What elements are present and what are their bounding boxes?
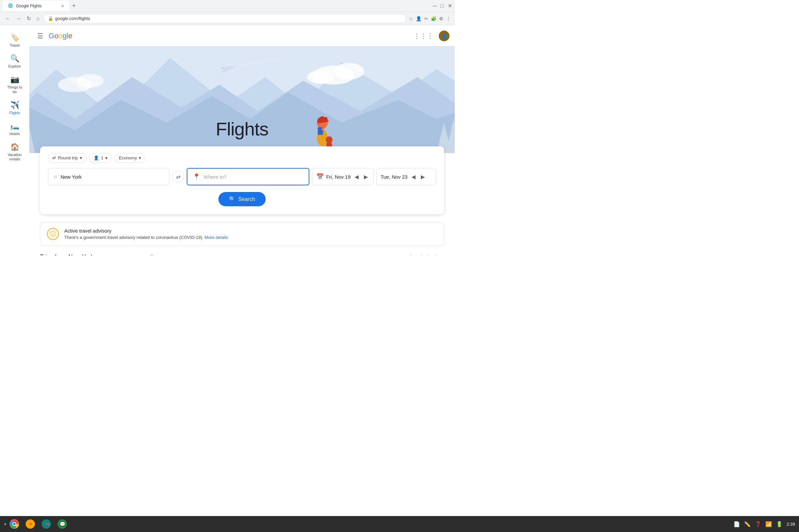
- sidebar-item-flights-label: Flights: [9, 111, 20, 115]
- more-options-button[interactable]: ⋮: [446, 16, 451, 21]
- header-icons: ⋮⋮⋮ 👤: [413, 31, 449, 41]
- back-button[interactable]: ←: [4, 14, 12, 23]
- svg-text:👤: 👤: [442, 34, 447, 39]
- logo-g2: g: [62, 32, 67, 40]
- home-button[interactable]: ⌂: [35, 14, 41, 23]
- active-tab[interactable]: 🌐 Google Flights ×: [3, 1, 69, 11]
- date1-next-button[interactable]: ▶: [363, 173, 369, 180]
- advisory-more-details-link[interactable]: More details: [205, 235, 228, 240]
- refresh-button[interactable]: ↻: [25, 14, 32, 23]
- origin-field[interactable]: ○ New York: [48, 168, 169, 185]
- search-fields-row: ○ New York ⇄ 📍 Where to? 📅: [48, 168, 436, 185]
- search-options: ⇄ Round trip ▾ 👤 1 ▾ Economy ▾: [48, 153, 436, 163]
- destination-pin-icon: 📍: [193, 173, 200, 180]
- date1-prev-button[interactable]: ◀: [353, 173, 360, 180]
- advisory-content: Active travel advisory There's a governm…: [64, 228, 228, 240]
- sidebar-item-travel[interactable]: 🏷️ Travel: [1, 31, 28, 50]
- advisory-warning-icon: ⓘ: [47, 228, 59, 240]
- departure-date-label: Fri, Nov 19: [326, 174, 351, 180]
- google-header: ☰ Google ⋮⋮⋮ 👤: [29, 25, 455, 46]
- hero-section: Flights: [29, 46, 455, 153]
- return-date-label: Tue, Nov 23: [380, 174, 408, 180]
- browser-tab-bar: 🌐 Google Flights × + ─ □ ✕: [0, 0, 455, 12]
- date2-next-button[interactable]: ▶: [420, 173, 426, 180]
- url-bar[interactable]: 🔒 google.com/flights: [43, 14, 406, 23]
- search-button-label: Search: [238, 196, 255, 202]
- departure-date-field[interactable]: 📅 Fri, Nov 19 ◀ ▶: [312, 168, 373, 185]
- url-text: google.com/flights: [55, 16, 90, 21]
- extension-icon-2[interactable]: 🧩: [431, 16, 436, 21]
- address-bar-row: ← → ↻ ⌂ 🔒 google.com/flights ☆ 👤 ✂ 🧩 ⚙ ⋮: [0, 12, 455, 25]
- cabin-class-label: Economy: [119, 155, 137, 160]
- logo-e: e: [68, 32, 72, 40]
- explore-icon: 🔍: [10, 54, 19, 63]
- search-box-container: ⇄ Round trip ▾ 👤 1 ▾ Economy ▾: [29, 146, 455, 214]
- maximize-button[interactable]: □: [441, 3, 444, 9]
- travel-icon: 🏷️: [10, 33, 19, 42]
- destination-placeholder: Where to?: [203, 174, 226, 180]
- lock-icon: 🔒: [48, 16, 53, 21]
- browser-window-controls: ─ □ ✕: [433, 3, 452, 9]
- svg-point-23: [77, 74, 104, 88]
- passengers-selector[interactable]: 👤 1 ▾: [89, 153, 112, 163]
- bookmark-icon[interactable]: ☆: [409, 16, 413, 21]
- origin-dot-icon: ○: [54, 173, 57, 180]
- trip-type-label: Round trip: [58, 155, 78, 160]
- logo-o2: o: [58, 32, 62, 40]
- main-content: ☰ Google ⋮⋮⋮ 👤: [29, 25, 455, 255]
- sidebar-item-explore-label: Explore: [8, 64, 21, 69]
- new-tab-button[interactable]: +: [69, 1, 78, 11]
- sidebar-item-travel-label: Travel: [10, 43, 20, 48]
- close-window-button[interactable]: ✕: [448, 3, 452, 9]
- search-magnifier-icon: 🔍: [229, 196, 236, 202]
- advisory-title: Active travel advisory: [64, 228, 228, 233]
- things-to-do-icon: 📷: [10, 75, 19, 84]
- search-button-row: 🔍 Search: [48, 192, 436, 206]
- profile-icon[interactable]: 👤: [416, 16, 422, 21]
- sidebar-item-things-label: Things to do: [7, 85, 23, 94]
- origin-value: New York: [61, 174, 81, 180]
- extension-icon-1[interactable]: ✂: [424, 16, 428, 21]
- trips-title-group: Trips from New York Round trip · 1 passe…: [40, 253, 154, 255]
- sidebar: 🏷️ Travel 🔍 Explore 📷 Things to do ✈️ Fl…: [0, 25, 29, 255]
- apps-grid-icon[interactable]: ⋮⋮⋮: [413, 32, 433, 40]
- explore-destinations-link[interactable]: Explore destinations: [402, 254, 444, 256]
- sidebar-item-vacation-rentals[interactable]: 🏠 Vacation rentals: [1, 140, 28, 164]
- date2-prev-button[interactable]: ◀: [410, 173, 417, 180]
- svg-point-21: [307, 70, 334, 84]
- search-button[interactable]: 🔍 Search: [218, 192, 266, 206]
- advisory-body: There's a government travel advisory rel…: [64, 235, 228, 240]
- travel-advisory: ⓘ Active travel advisory There's a gover…: [40, 222, 444, 246]
- trips-title: Trips from New York: [40, 253, 94, 255]
- trip-type-selector[interactable]: ⇄ Round trip ▾: [48, 153, 87, 163]
- sidebar-item-flights[interactable]: ✈️ Flights: [1, 98, 28, 118]
- extension-icon-3[interactable]: ⚙: [439, 16, 443, 21]
- logo-o1: o: [54, 32, 58, 40]
- logo-g1: G: [49, 32, 54, 40]
- sidebar-item-things-to-do[interactable]: 📷 Things to do: [1, 73, 28, 96]
- swap-airports-button[interactable]: ⇄: [172, 171, 184, 183]
- forward-button[interactable]: →: [15, 14, 23, 23]
- page-title: Flights: [216, 118, 268, 140]
- swap-icon: ⇄: [176, 174, 181, 180]
- trips-info-icon[interactable]: ⓘ: [149, 254, 154, 255]
- tab-favicon: 🌐: [8, 3, 13, 8]
- hotels-icon: 🛏️: [10, 122, 19, 130]
- flights-icon: ✈️: [10, 101, 19, 110]
- person-icon: 👤: [94, 155, 99, 160]
- trips-subtitle: Round trip · 1 passenger: [99, 255, 147, 255]
- user-avatar[interactable]: 👤: [439, 31, 449, 41]
- calendar-icon-1: 📅: [316, 173, 323, 180]
- svg-point-20: [334, 63, 364, 79]
- minimize-button[interactable]: ─: [433, 3, 436, 9]
- sidebar-item-hotels[interactable]: 🛏️ Hotels: [1, 119, 28, 139]
- browser-toolbar-icons: ☆ 👤 ✂ 🧩 ⚙ ⋮: [409, 16, 451, 21]
- destination-field[interactable]: 📍 Where to?: [187, 168, 309, 185]
- trips-section: Trips from New York Round trip · 1 passe…: [40, 253, 444, 255]
- return-date-field[interactable]: Tue, Nov 23 ◀ ▶: [376, 168, 436, 185]
- tab-close-button[interactable]: ×: [61, 3, 64, 8]
- hamburger-menu[interactable]: ☰: [35, 29, 46, 43]
- sidebar-item-explore[interactable]: 🔍 Explore: [1, 52, 28, 71]
- cabin-class-arrow: ▾: [139, 155, 141, 160]
- cabin-class-selector[interactable]: Economy ▾: [114, 153, 146, 163]
